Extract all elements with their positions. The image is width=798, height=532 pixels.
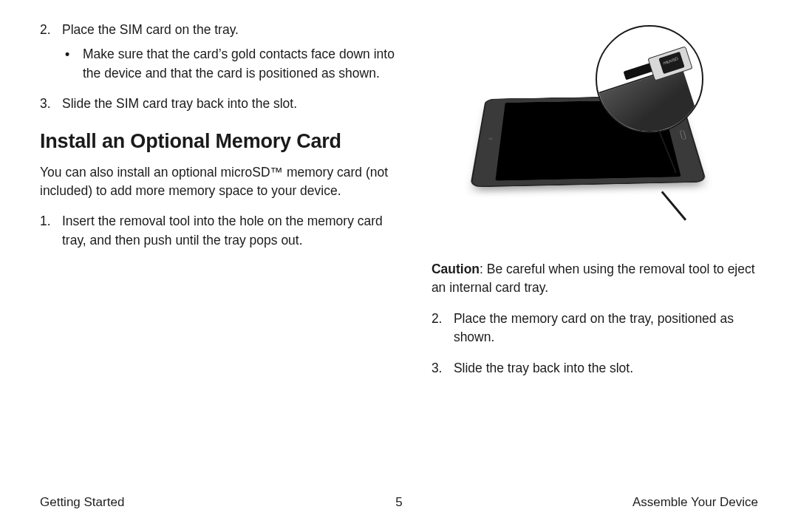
intro-paragraph: You can also install an optional microSD…: [40, 163, 406, 201]
step-text: Place the memory card on the tray, posit…: [454, 310, 758, 347]
list-marker: 3.: [40, 95, 62, 113]
removal-tool-icon: [661, 191, 686, 220]
step-text: Insert the removal tool into the hole on…: [62, 212, 406, 250]
sim-step-2-bullet: • Make sure that the card’s gold contact…: [62, 45, 406, 83]
left-column: 2. Place the SIM card on the tray. • Mak…: [40, 21, 406, 389]
step-text: Place the SIM card on the tray.: [62, 22, 239, 37]
section-heading: Install an Optional Memory Card: [40, 130, 406, 153]
mem-step-1: 1. Insert the removal tool into the hole…: [40, 212, 406, 250]
page-footer: Getting Started 5 Assemble Your Device: [40, 495, 758, 510]
zoom-inset-icon: microSD: [596, 25, 703, 133]
step-text: Slide the SIM card tray back into the sl…: [62, 95, 406, 113]
list-marker: 3.: [432, 359, 454, 378]
page-number: 5: [395, 495, 402, 510]
list-marker: 2.: [432, 310, 454, 347]
list-marker: 2.: [40, 21, 62, 83]
step-text: Slide the tray back into the slot.: [454, 359, 758, 378]
footer-topic: Assemble Your Device: [632, 495, 758, 510]
caution-label: Caution: [432, 262, 480, 276]
mem-step-3: 3. Slide the tray back into the slot.: [432, 359, 758, 378]
list-marker: 1.: [40, 212, 62, 250]
bullet-text: Make sure that the card’s gold contacts …: [83, 45, 406, 83]
mem-step-2: 2. Place the memory card on the tray, po…: [432, 310, 758, 347]
memory-card-illustration: microSD: [458, 21, 732, 239]
card-label: microSD: [663, 56, 679, 65]
right-column: microSD Caution: Be careful when using t…: [432, 21, 758, 389]
sim-step-2: 2. Place the SIM card on the tray. • Mak…: [40, 21, 406, 83]
caution-text: : Be careful when using the removal tool…: [432, 262, 755, 295]
caution-paragraph: Caution: Be careful when using the remov…: [432, 260, 758, 298]
sim-step-3: 3. Slide the SIM card tray back into the…: [40, 95, 406, 113]
bullet-marker: •: [62, 45, 83, 83]
footer-section: Getting Started: [40, 495, 124, 510]
